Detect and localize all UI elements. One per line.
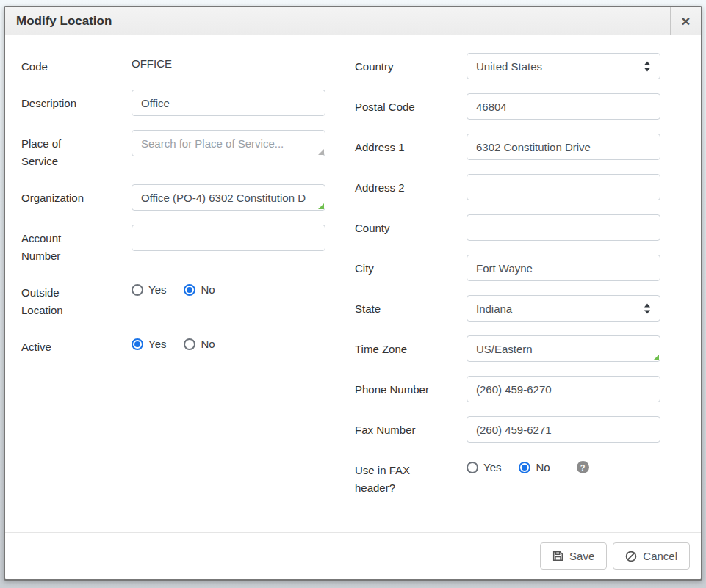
active-label: Active: [21, 333, 132, 356]
close-button[interactable]: ×: [670, 7, 701, 35]
use-fax-header-label: Use in FAX header?: [355, 457, 467, 497]
outside-location-radio-group: Yes No: [132, 279, 325, 296]
organization-input[interactable]: [132, 184, 325, 211]
field-row-place-of-service: Place of Service: [21, 130, 325, 170]
right-column: Country United States: [355, 53, 663, 526]
organization-label: Organization: [21, 184, 132, 211]
updown-arrows-icon: [644, 303, 651, 314]
field-row-postal-code: Postal Code: [355, 93, 663, 120]
fax-input[interactable]: [467, 416, 660, 443]
state-select-value: Indiana: [476, 302, 512, 315]
county-label: County: [355, 214, 467, 241]
save-button-label: Save: [569, 550, 594, 562]
save-icon: [552, 551, 563, 562]
outside-location-no-option[interactable]: No: [184, 283, 215, 296]
phone-input[interactable]: [467, 376, 660, 402]
address1-input[interactable]: [467, 134, 660, 160]
outside-location-yes-option[interactable]: Yes: [132, 283, 166, 296]
radio-label: Yes: [148, 283, 166, 296]
use-fax-header-no-option[interactable]: No: [519, 461, 550, 473]
code-label: Code: [21, 53, 132, 76]
modify-location-dialog: Modify Location × Code OFFICE Descriptio…: [4, 6, 702, 581]
active-radio-group: Yes No: [132, 333, 325, 350]
radio-label: No: [201, 283, 215, 296]
account-number-label: Account Number: [21, 225, 132, 265]
description-input[interactable]: [132, 90, 325, 116]
radio-label: No: [201, 338, 215, 350]
field-row-state: State Indiana: [355, 295, 663, 322]
cancel-button-label: Cancel: [643, 550, 677, 562]
phone-label: Phone Number: [355, 376, 467, 402]
field-row-account-number: Account Number: [21, 225, 325, 265]
place-of-service-input[interactable]: [132, 130, 325, 156]
left-column: Code OFFICE Description Place of Service: [21, 53, 325, 526]
updown-arrows-icon: [644, 61, 651, 72]
radio-label: No: [536, 461, 550, 473]
radio-icon: [132, 338, 143, 350]
radio-icon: [184, 338, 195, 350]
address2-label: Address 2: [355, 174, 467, 200]
radio-label: Yes: [483, 461, 501, 473]
time-zone-label: Time Zone: [355, 335, 467, 362]
field-row-organization: Organization: [21, 184, 325, 211]
postal-code-label: Postal Code: [355, 93, 467, 120]
field-row-outside-location: Outside Location Yes No: [21, 279, 325, 319]
state-select[interactable]: Indiana: [467, 295, 660, 322]
dialog-title: Modify Location: [5, 7, 670, 35]
cancel-button[interactable]: Cancel: [613, 542, 690, 570]
field-row-county: County: [355, 214, 663, 241]
address2-input[interactable]: [467, 174, 660, 200]
country-select-value: United States: [476, 60, 542, 73]
use-fax-header-yes-option[interactable]: Yes: [467, 461, 501, 473]
time-zone-input[interactable]: [467, 335, 660, 362]
code-value: OFFICE: [132, 53, 325, 70]
combo-corner-icon: [653, 355, 659, 360]
active-no-option[interactable]: No: [184, 338, 215, 350]
radio-icon: [467, 462, 478, 473]
save-button[interactable]: Save: [540, 542, 607, 570]
close-icon: ×: [681, 12, 690, 29]
description-label: Description: [21, 90, 132, 116]
combo-corner-icon: [318, 149, 324, 155]
use-fax-header-radio-group: Yes No ?: [467, 457, 660, 473]
field-row-code: Code OFFICE: [21, 53, 325, 76]
help-icon[interactable]: ?: [577, 461, 589, 473]
radio-icon: [184, 284, 195, 296]
radio-label: Yes: [148, 338, 166, 350]
active-yes-option[interactable]: Yes: [132, 338, 166, 350]
field-row-country: Country United States: [355, 53, 663, 79]
account-number-input[interactable]: [132, 225, 325, 251]
field-row-description: Description: [21, 90, 325, 116]
dialog-header: Modify Location ×: [5, 7, 701, 35]
city-label: City: [355, 255, 467, 281]
city-input[interactable]: [467, 255, 660, 281]
field-row-address1: Address 1: [355, 134, 663, 160]
cancel-icon: [625, 551, 637, 562]
field-row-city: City: [355, 255, 663, 281]
field-row-active: Active Yes No: [21, 333, 325, 356]
combo-corner-icon: [318, 203, 324, 209]
county-input[interactable]: [467, 214, 660, 241]
place-of-service-label: Place of Service: [21, 130, 132, 170]
field-row-phone: Phone Number: [355, 376, 663, 402]
postal-code-input[interactable]: [467, 93, 660, 120]
page-backdrop: Modify Location × Code OFFICE Descriptio…: [0, 0, 706, 581]
dialog-footer: Save Cancel: [5, 532, 701, 579]
country-label: Country: [355, 53, 467, 79]
radio-icon: [132, 284, 143, 296]
outside-location-label: Outside Location: [21, 279, 132, 319]
field-row-address2: Address 2: [355, 174, 663, 200]
country-select[interactable]: United States: [467, 53, 660, 79]
dialog-body: Code OFFICE Description Place of Service: [5, 35, 701, 532]
field-row-fax: Fax Number: [355, 416, 663, 443]
field-row-use-fax-header: Use in FAX header? Yes No ?: [355, 457, 663, 497]
address1-label: Address 1: [355, 134, 467, 160]
field-row-time-zone: Time Zone: [355, 335, 663, 362]
radio-icon: [519, 462, 530, 473]
fax-label: Fax Number: [355, 416, 467, 443]
state-label: State: [355, 295, 467, 322]
